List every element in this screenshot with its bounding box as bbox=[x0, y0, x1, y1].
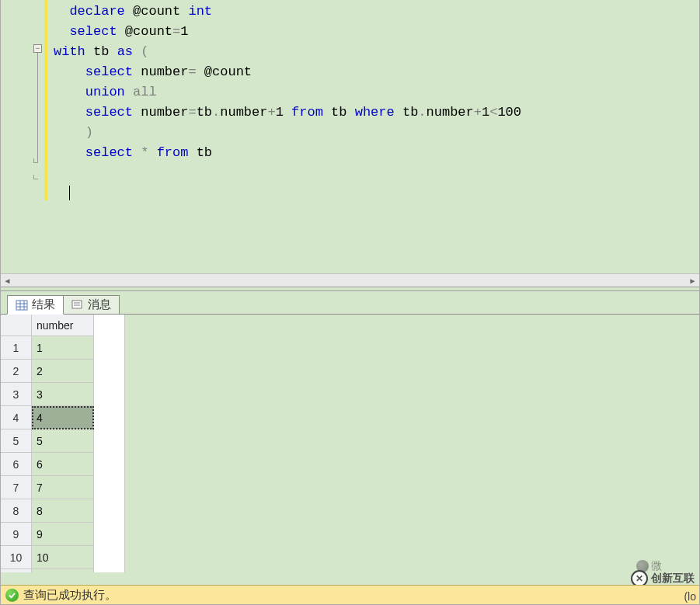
table-row[interactable]: 88 bbox=[1, 499, 124, 523]
results-tabstrip: 结果 消息 bbox=[1, 291, 699, 315]
column-header-number[interactable]: number bbox=[32, 315, 94, 336]
code-editor[interactable]: − declare @count int select @count=1 wit… bbox=[1, 0, 699, 273]
svg-rect-0 bbox=[16, 301, 27, 310]
code-text[interactable]: declare @count int select @count=1 with … bbox=[43, 0, 699, 273]
row-header[interactable]: 9 bbox=[1, 523, 32, 546]
grid-corner[interactable] bbox=[1, 315, 32, 336]
table-row[interactable]: 44 bbox=[1, 406, 124, 429]
row-header[interactable]: 5 bbox=[1, 429, 32, 453]
row-header[interactable] bbox=[1, 569, 32, 572]
cell-number[interactable]: 6 bbox=[32, 453, 94, 476]
row-header[interactable]: 2 bbox=[1, 360, 32, 383]
cell-number[interactable]: 9 bbox=[32, 523, 94, 546]
table-row[interactable]: 11 bbox=[1, 336, 124, 360]
table-row[interactable]: 22 bbox=[1, 360, 124, 383]
cell-number[interactable]: 8 bbox=[32, 499, 94, 523]
results-grid[interactable]: number1122334455667788991010 bbox=[1, 315, 125, 572]
row-header[interactable]: 1 bbox=[1, 336, 32, 360]
editor-horizontal-scrollbar[interactable]: ◄ ► bbox=[1, 273, 699, 287]
row-header[interactable]: 7 bbox=[1, 476, 32, 499]
cell-number[interactable]: 1 bbox=[32, 336, 94, 360]
tab-results[interactable]: 结果 bbox=[7, 295, 64, 315]
tab-messages[interactable]: 消息 bbox=[63, 295, 120, 315]
fold-end-icon bbox=[33, 158, 38, 163]
table-row[interactable]: 99 bbox=[1, 523, 124, 546]
status-text: 查询已成功执行。 bbox=[23, 588, 117, 603]
scroll-right-icon[interactable]: ► bbox=[686, 274, 699, 287]
scroll-left-icon[interactable]: ◄ bbox=[1, 274, 14, 287]
grid-icon bbox=[16, 299, 28, 311]
cell-number[interactable] bbox=[32, 569, 94, 572]
tab-results-label: 结果 bbox=[32, 297, 55, 312]
success-icon bbox=[5, 589, 19, 602]
cell-number[interactable]: 3 bbox=[32, 383, 94, 406]
table-row[interactable] bbox=[1, 569, 124, 572]
svg-rect-5 bbox=[72, 301, 82, 308]
cell-number[interactable]: 5 bbox=[32, 429, 94, 453]
table-row[interactable]: 66 bbox=[1, 453, 124, 476]
fold-toggle-icon[interactable]: − bbox=[33, 44, 42, 53]
results-pane: number1122334455667788991010 bbox=[1, 315, 699, 572]
cell-number[interactable]: 4 bbox=[32, 406, 94, 429]
row-header[interactable]: 10 bbox=[1, 546, 32, 569]
message-icon bbox=[71, 299, 84, 311]
results-empty-area bbox=[125, 315, 699, 572]
row-header[interactable]: 8 bbox=[1, 499, 32, 523]
cell-number[interactable]: 2 bbox=[32, 360, 94, 383]
scroll-track[interactable] bbox=[14, 274, 686, 287]
row-header[interactable]: 6 bbox=[1, 453, 32, 476]
table-row[interactable]: 77 bbox=[1, 476, 124, 499]
cell-number[interactable]: 7 bbox=[32, 476, 94, 499]
editor-gutter: − bbox=[1, 0, 43, 273]
cell-number[interactable]: 10 bbox=[32, 546, 94, 569]
table-row[interactable]: 1010 bbox=[1, 546, 124, 569]
row-header[interactable]: 3 bbox=[1, 383, 32, 406]
status-bar: 查询已成功执行。 (lo bbox=[1, 585, 699, 604]
tab-messages-label: 消息 bbox=[88, 297, 111, 312]
status-right-text: (lo bbox=[684, 590, 696, 603]
fold-end-icon bbox=[33, 175, 38, 179]
row-header[interactable]: 4 bbox=[1, 406, 32, 429]
fold-guide bbox=[37, 53, 38, 163]
table-row[interactable]: 55 bbox=[1, 429, 124, 453]
table-row[interactable]: 33 bbox=[1, 383, 124, 406]
grid-header-row: number bbox=[1, 315, 124, 336]
